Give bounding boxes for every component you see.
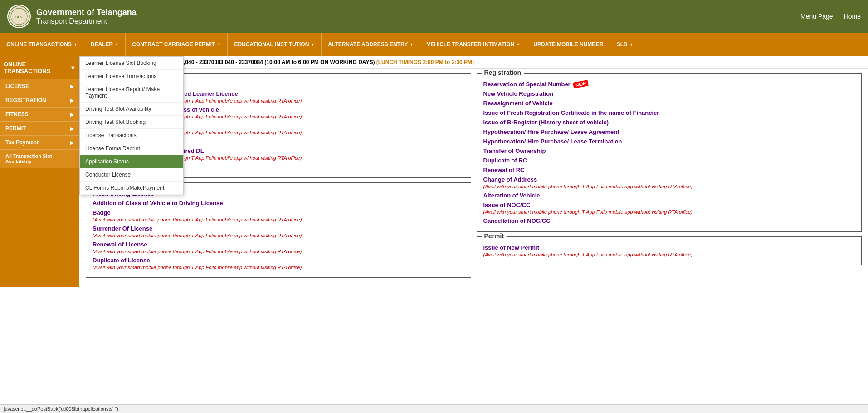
link-renewal-license[interactable]: Renewal of License (93, 241, 464, 248)
arrow-icon: ▶ (70, 84, 74, 89)
new-badge: NEW (573, 80, 589, 88)
link-sub-duplicate-license: (Avail with your smart mobile phone thro… (93, 265, 464, 270)
link-duplicate-rc[interactable]: Duplicate of RC (483, 157, 855, 164)
ticker-bar: HELPLINE NUMBERS : 040 - 23370081,040 - … (79, 56, 868, 69)
main-layout: ONLINE TRANSACTIONS ▼ LICENSE ▶ REGISTRA… (0, 56, 868, 287)
caret-icon: ▼ (410, 42, 414, 47)
caret-icon: ▼ (217, 42, 221, 47)
caret-icon: ▼ (629, 42, 634, 47)
sidebar-item-fitness[interactable]: FITNESS ▶ (0, 107, 79, 121)
dropdown-item-conductor-license[interactable]: Conductor License (80, 168, 183, 182)
sidebar-item-license[interactable]: LICENSE ▶ (0, 79, 79, 93)
link-hypothecation-termination[interactable]: Hypothecation/ Hire Purchase/ Lease Term… (483, 138, 855, 145)
link-sub-badge: (Avail with your smart mobile phone thro… (93, 217, 464, 222)
sidebar-title: ONLINE TRANSACTIONS ▼ (0, 56, 79, 79)
link-transfer-ownership[interactable]: Transfer of Ownership (483, 148, 855, 154)
dropdown-item-cl-forms-reprint[interactable]: CL Forms Reprint/MakePayment (80, 182, 183, 195)
link-issue-noc[interactable]: Issue of NOC/CC (483, 202, 855, 208)
arrow-icon: ▶ (70, 126, 74, 131)
content-area: HELPLINE NUMBERS : 040 - 23370081,040 - … (79, 56, 868, 287)
ticker-hours: (10:00 AM to 6:00 PM ON WORKING DAYS) (264, 59, 375, 65)
nav-alternate-address[interactable]: ALTERNATE ADDRESS ENTRY ▼ (322, 33, 420, 56)
registration-section: Registration Reservation of Special Numb… (477, 73, 862, 232)
arrow-icon: ▶ (70, 140, 74, 145)
content-body: License Learner Licence Learner Licence … (79, 69, 868, 287)
arrow-icon: ▶ (70, 112, 74, 117)
nav-online-transactions[interactable]: ONLINE TRANSACTIONS ▼ (0, 33, 84, 56)
caret-icon: ▼ (73, 42, 78, 47)
link-reservation-special[interactable]: Reservation of Special Number (483, 81, 571, 88)
dropdown-item-learner-slot[interactable]: Learner License Slot Booking (80, 57, 183, 70)
sidebar-item-permit[interactable]: PERMIT ▶ (0, 121, 79, 135)
dropdown-item-driving-slot-booking[interactable]: Driving Test Slot Booking (80, 116, 183, 129)
dropdown-item-learner-reprint[interactable]: Learner License Reprint/ Make Payment (80, 83, 183, 103)
sidebar: ONLINE TRANSACTIONS ▼ LICENSE ▶ REGISTRA… (0, 56, 79, 287)
permit-section-title: Permit (482, 232, 507, 240)
dropdown-item-driving-slot-availability[interactable]: Driving Test Slot Availability (80, 103, 183, 116)
link-sub-new-permit: (Avail with your smart mobile phone thro… (483, 252, 855, 257)
link-surrender-license[interactable]: Surrender Of License (93, 225, 464, 232)
title-line2: Transport Department (36, 17, 137, 25)
link-sub-surrender: (Avail with your smart mobile phone thro… (93, 233, 464, 238)
caret-icon: ▼ (70, 64, 76, 71)
nav-educational[interactable]: EDUCATIONAL INSTITUTION ▼ (228, 33, 322, 56)
link-alteration-vehicle[interactable]: Alteration of Vehicle (483, 192, 855, 199)
link-b-register[interactable]: Issue of B-Register (History sheet of ve… (483, 119, 855, 126)
permit-section: Permit Issue of New Permit (Avail with y… (477, 236, 862, 265)
nav-vehicle-transfer[interactable]: VEHICLE TRANSFER INTIMATION ▼ (420, 33, 527, 56)
link-hypothecation-agreement[interactable]: Hypothecation/ Hire Purchase/ Lease Agre… (483, 128, 855, 135)
caret-icon: ▼ (516, 42, 520, 47)
link-issue-new-permit[interactable]: Issue of New Permit (483, 244, 855, 251)
link-fresh-rc-financier[interactable]: Issue of Fresh Registration Certificate … (483, 109, 855, 116)
caret-icon: ▼ (311, 42, 315, 47)
menu-page-link[interactable]: Menu Page (800, 13, 833, 20)
link-renewal-rc[interactable]: Renewal of RC (483, 167, 855, 173)
driving-license-section: Driving License Fresh Driving License Ad… (86, 182, 471, 278)
dropdown-item-learner-transactions[interactable]: Learner License Transactions (80, 70, 183, 83)
license-dropdown-menu: Learner License Slot Booking Learner Lic… (79, 56, 184, 195)
header-right: Menu Page Home (800, 13, 861, 20)
link-sub-renewal: (Avail with your smart mobile phone thro… (93, 249, 464, 254)
link-change-address[interactable]: Change of Address (483, 176, 855, 183)
link-addition-class-dl[interactable]: Addition of Class of Vehicle to Driving … (93, 200, 464, 206)
right-column: Registration Reservation of Special Numb… (477, 73, 862, 282)
home-link[interactable]: Home (844, 13, 861, 20)
header-left: GOV Government of Telangana Transport De… (7, 5, 137, 28)
link-new-vehicle-reg[interactable]: New Vehicle Registration (483, 90, 855, 97)
nav-contract-carriage[interactable]: CONTRACT CARRIAGE PERMIT ▼ (126, 33, 228, 56)
link-cancellation-noc[interactable]: Cancellation of NOC/CC (483, 217, 855, 224)
caret-icon: ▼ (115, 42, 119, 47)
header-title: Government of Telangana Transport Depart… (36, 8, 137, 25)
government-logo: GOV (7, 5, 31, 28)
dropdown-item-license-forms-reprint[interactable]: License Forms Reprint (80, 142, 183, 155)
dropdown-item-license-transactions[interactable]: License Transactions (80, 129, 183, 142)
top-navigation: ONLINE TRANSACTIONS ▼ DEALER ▼ CONTRACT … (0, 33, 868, 56)
link-sub-change-address: (Avail with your smart mobile phone thro… (483, 184, 855, 189)
sidebar-item-registration[interactable]: REGISTRATION ▶ (0, 93, 79, 107)
sidebar-item-slot-availability[interactable]: All Transaction Slot Availability (0, 149, 79, 168)
header: GOV Government of Telangana Transport De… (0, 0, 868, 33)
nav-sld[interactable]: SLD ▼ (610, 33, 640, 56)
link-badge[interactable]: Badge (93, 209, 464, 216)
link-duplicate-license[interactable]: Duplicate of License (93, 257, 464, 264)
nav-dealer[interactable]: DEALER ▼ (84, 33, 126, 56)
link-reassignment[interactable]: Reassignment of Vehicle (483, 100, 855, 107)
ticker-lunch: (LUNCH TIMINGS 2:00 PM to 2:30 PM) (376, 59, 474, 65)
sidebar-item-tax-payment[interactable]: Tax Payment ▶ (0, 135, 79, 149)
dropdown-item-application-status[interactable]: Application Status (80, 155, 183, 168)
link-sub-issue-noc: (Avail with your smart mobile phone thro… (483, 209, 855, 215)
title-line1: Government of Telangana (36, 8, 137, 17)
registration-section-title: Registration (482, 69, 524, 76)
nav-update-mobile[interactable]: UPDATE MOBILE NUMBER (527, 33, 610, 56)
svg-text:GOV: GOV (15, 15, 23, 19)
arrow-icon: ▶ (70, 98, 74, 103)
